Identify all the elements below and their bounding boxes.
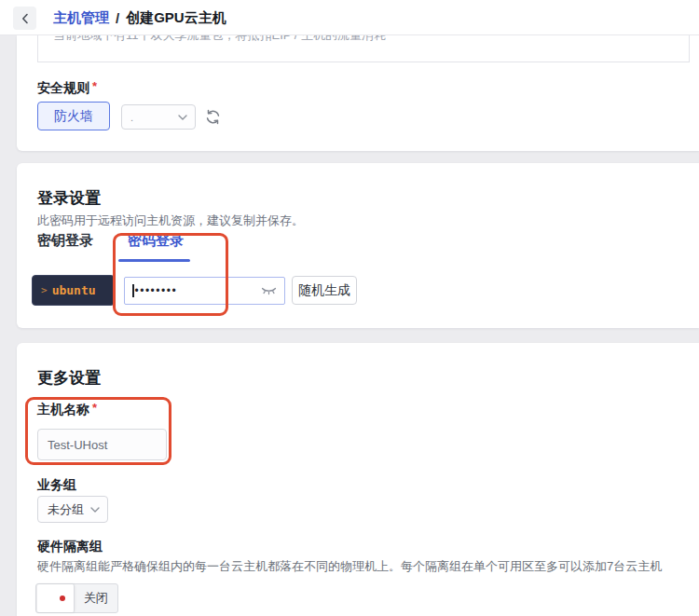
back-button[interactable] [13,7,36,30]
business-group-value: 未分组 [48,501,90,518]
hostname-input[interactable]: Test-UHost [37,429,167,460]
terminal-username: ubuntu [52,283,96,297]
chevron-down-icon [90,507,100,513]
breadcrumb-parent-link[interactable]: 主机管理 [53,9,109,27]
firewall-button[interactable]: 防火墙 [37,102,110,130]
active-tab-underline [118,259,190,262]
traffic-notice-box: 当前地域下有11个双大享流量包，将抵扣EIP / 主机的流量消耗 [37,35,690,62]
text-cursor [132,284,134,297]
hostname-label: 主机名称 * [37,402,97,418]
login-settings-title: 登录设置 [37,187,101,209]
password-masked-value: •••••••• [135,284,262,297]
toggle-knob[interactable] [37,584,75,612]
isolation-group-label: 硬件隔离组 [37,539,103,555]
more-settings-card: 更多设置 主机名称 * Test-UHost 业务组 未分组 硬件隔离组 硬件隔… [17,343,699,616]
refresh-icon[interactable] [205,109,221,125]
page-title: 创建GPU云主机 [126,9,226,27]
login-settings-subtitle: 此密码用于远程访问主机资源，建议复制并保存。 [37,212,304,229]
business-group-label: 业务组 [37,477,76,494]
chevron-left-icon [21,13,29,24]
required-asterisk: * [92,402,97,415]
breadcrumb-separator: / [116,10,119,26]
toggle-state-label: 关闭 [75,590,118,607]
firewall-rule-dropdown[interactable]: . [121,104,196,130]
random-generate-button[interactable]: 随机生成 [292,276,357,305]
top-header: 主机管理 / 创建GPU云主机 [0,0,699,35]
traffic-notice-text: 当前地域下有11个双大享流量包，将抵扣EIP / 主机的流量消耗 [53,35,386,44]
firewall-rule-dropdown-value: . [130,112,178,123]
more-settings-title: 更多设置 [37,367,101,389]
terminal-prompt: > [41,284,48,296]
tab-key-login[interactable]: 密钥登录 [37,232,93,250]
eye-closed-icon[interactable] [261,286,277,296]
hostname-value: Test-UHost [48,438,107,452]
chevron-down-icon [178,115,187,120]
breadcrumb: 主机管理 / 创建GPU云主机 [53,0,226,35]
tab-password-login[interactable]: 密码登录 [128,232,184,250]
business-group-dropdown[interactable]: 未分组 [37,496,108,523]
terminal-username-chip: > ubuntu [32,275,115,306]
security-rules-card: 当前地域下有11个双大享流量包，将抵扣EIP / 主机的流量消耗 安全规则 * … [17,35,699,151]
password-input[interactable]: •••••••• [124,277,285,305]
login-settings-card: 登录设置 此密码用于远程访问主机资源，建议复制并保存。 密钥登录 密码登录 > … [17,163,699,328]
security-rules-label: 安全规则 * [37,80,97,97]
isolation-group-toggle[interactable]: 关闭 [35,583,118,613]
toggle-red-dot-icon [60,595,65,601]
isolation-group-description: 硬件隔离组能严格确保组内的每一台云主机都落在不同的物理机上。每个隔离组在单个可用… [37,558,676,574]
required-asterisk: * [92,80,97,93]
